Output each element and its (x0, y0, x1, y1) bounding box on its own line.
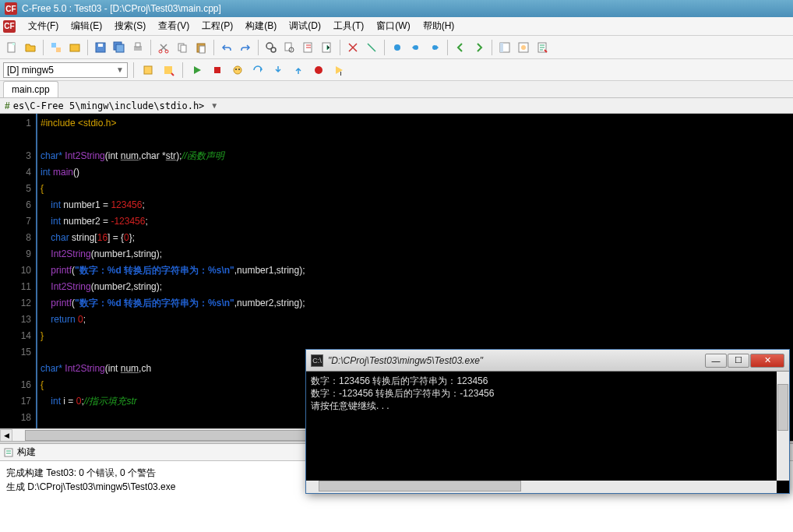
compiler-combo[interactable]: [D] mingw5 ▼ (3, 62, 128, 78)
paste-button[interactable] (192, 39, 210, 56)
svg-rect-14 (181, 45, 186, 52)
new-file-button[interactable] (3, 39, 20, 56)
goto-button[interactable] (319, 39, 336, 56)
svg-rect-27 (500, 43, 503, 52)
bookmark-next-button[interactable] (426, 39, 443, 56)
step-into-button[interactable] (270, 62, 287, 79)
uncomment-button[interactable] (363, 39, 380, 56)
scrollbar-thumb[interactable] (319, 481, 521, 491)
console-line: 请按任意键继续. . . (311, 400, 389, 411)
menu-project[interactable]: 工程(P) (196, 19, 239, 33)
toolbar-separator (340, 40, 340, 55)
step-over-button[interactable] (249, 62, 266, 79)
replace-button[interactable] (300, 39, 317, 56)
new-project-button[interactable] (48, 39, 65, 56)
file-view-button[interactable] (534, 39, 551, 56)
bookmark-prev-button[interactable] (407, 39, 425, 56)
compile-button[interactable] (139, 62, 157, 79)
save-button[interactable] (92, 39, 109, 56)
console-icon: C:\ (311, 354, 323, 367)
project-explorer-button[interactable] (496, 39, 513, 56)
svg-rect-3 (56, 48, 61, 52)
chevron-down-icon: ▼ (116, 65, 124, 74)
svg-rect-2 (51, 43, 56, 48)
toolbar-separator (213, 40, 214, 55)
save-all-button[interactable] (111, 39, 128, 56)
build-button[interactable] (160, 62, 177, 79)
comment-button[interactable] (344, 39, 361, 56)
scrollbar-thumb[interactable] (25, 430, 352, 441)
toolbar-separator (87, 40, 88, 55)
menu-bar: CF 文件(F) 编辑(E) 搜索(S) 查看(V) 工程(P) 构建(B) 调… (0, 17, 793, 36)
svg-rect-4 (70, 44, 79, 51)
cut-button[interactable] (155, 39, 172, 56)
svg-point-34 (234, 66, 241, 74)
window-title: C-Free 5.0 : Test03 - [D:\CProj\Test03\m… (22, 3, 221, 14)
toolbar-separator (133, 62, 134, 78)
run-button[interactable] (189, 62, 206, 79)
svg-rect-8 (116, 44, 124, 52)
menu-debug[interactable]: 调试(D) (283, 19, 327, 33)
app-icon: CF (5, 2, 17, 15)
toolbar-separator (150, 40, 151, 55)
open-project-button[interactable] (66, 39, 83, 56)
svg-point-18 (271, 48, 276, 52)
build-toolbar: [D] mingw5 ▼ (0, 59, 793, 81)
print-button[interactable] (129, 39, 146, 56)
svg-rect-31 (144, 66, 152, 74)
copy-button[interactable] (174, 39, 191, 56)
window-titlebar: CF C-Free 5.0 : Test03 - [D:\CProj\Test0… (0, 0, 793, 17)
maximize-button[interactable]: ☐ (728, 354, 749, 368)
svg-rect-32 (164, 66, 172, 74)
svg-point-29 (521, 45, 526, 50)
run-to-cursor-button[interactable] (330, 62, 347, 79)
svg-point-23 (394, 44, 400, 51)
include-path: es\C-Free 5\mingw\include\stdio.h> (13, 100, 205, 111)
svg-point-36 (238, 69, 240, 70)
bookmark-button[interactable] (389, 39, 406, 56)
console-titlebar[interactable]: C:\ "D:\CProj\Test03\mingw5\Test03.exe" … (306, 350, 789, 372)
svg-rect-6 (98, 44, 103, 47)
menu-view[interactable]: 查看(V) (152, 19, 196, 33)
toolbar-separator (492, 40, 492, 55)
file-tab-main[interactable]: main.cpp (3, 81, 58, 97)
redo-button[interactable] (237, 39, 254, 56)
menu-edit[interactable]: 编辑(E) (65, 19, 108, 33)
breakpoint-button[interactable] (310, 62, 327, 79)
scroll-left-icon[interactable]: ◀ (0, 429, 12, 442)
find-button[interactable] (263, 39, 280, 56)
console-vertical-scrollbar[interactable] (777, 372, 789, 481)
scrollbar-thumb[interactable] (777, 384, 788, 431)
console-horizontal-scrollbar[interactable] (306, 481, 777, 493)
undo-button[interactable] (218, 39, 235, 56)
class-view-button[interactable] (515, 39, 532, 56)
include-breadcrumb[interactable]: # es\C-Free 5\mingw\include\stdio.h> ▼ (0, 98, 793, 114)
menu-tools[interactable]: 工具(T) (327, 19, 370, 33)
close-button[interactable]: ✕ (750, 354, 784, 368)
nav-back-button[interactable] (452, 39, 469, 56)
find-in-files-button[interactable] (281, 39, 298, 56)
menu-file[interactable]: 文件(F) (22, 19, 65, 33)
hash-icon: # (5, 100, 10, 111)
nav-forward-button[interactable] (471, 39, 488, 56)
console-line: 数字：-123456 转换后的字符串为：-123456 (311, 388, 494, 399)
console-title: "D:\CProj\Test03\mingw5\Test03.exe" (328, 355, 483, 366)
open-file-button[interactable] (22, 39, 39, 56)
svg-rect-19 (285, 43, 291, 51)
menu-window[interactable]: 窗口(W) (370, 19, 416, 33)
svg-rect-39 (5, 449, 12, 456)
menu-build[interactable]: 构建(B) (239, 19, 283, 33)
build-icon (3, 447, 14, 458)
main-toolbar (0, 36, 793, 59)
menu-help[interactable]: 帮助(H) (417, 19, 461, 33)
line-gutter: 1 3 4 5 6 7 8 9 10 11 12 13 14 15 16 17 … (0, 114, 37, 441)
console-window[interactable]: C:\ "D:\CProj\Test03\mingw5\Test03.exe" … (305, 349, 790, 494)
console-line: 数字：123456 转换后的字符串为：123456 (311, 375, 488, 386)
minimize-button[interactable]: — (705, 354, 727, 368)
menu-search[interactable]: 搜索(S) (108, 19, 152, 33)
step-out-button[interactable] (290, 62, 307, 79)
console-output[interactable]: 数字：123456 转换后的字符串为：123456 数字：-123456 转换后… (306, 372, 789, 493)
debug-button[interactable] (229, 62, 246, 79)
stop-button[interactable] (209, 62, 226, 79)
svg-rect-38 (340, 72, 341, 76)
